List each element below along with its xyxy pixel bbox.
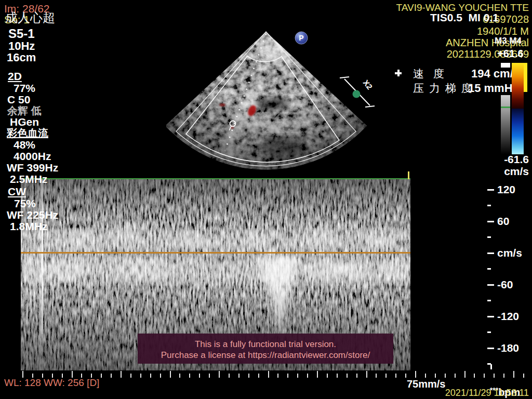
cw-frequency: 1.8MHz <box>10 221 47 232</box>
viewer-datetime: 2021/11/29 11:53:11 <box>445 388 529 398</box>
svg-text:X2: X2 <box>362 78 375 91</box>
measurement-cross-icon <box>395 70 402 76</box>
color-scale-unit: cm/s <box>504 166 529 177</box>
mode-2d-title: 2D <box>8 71 22 82</box>
color-frequency: 2.5MHz <box>10 174 47 185</box>
sweep-cursor-tick <box>408 171 409 179</box>
gradient-value: 15 mmHg <box>457 82 520 94</box>
cw-wall-filter: WF 225Hz <box>7 209 58 221</box>
axis-tick-label: -60 <box>497 279 513 290</box>
color-flow-title: 彩色血流 <box>7 128 48 139</box>
time-cursor-tick <box>490 364 492 369</box>
depth: 16cm <box>7 51 36 63</box>
axis-tick-label: 60 <box>497 216 509 227</box>
study-label: 成人心超 <box>5 11 55 24</box>
color-gain: 48% <box>14 139 35 151</box>
sweep-speed: 75mm/s <box>407 379 446 390</box>
axis-tick-label: cm/s <box>497 247 522 259</box>
probe-orientation-icon: P <box>295 32 308 44</box>
spectrum-top-scale-line <box>21 178 410 179</box>
axis-tick-label: -180 <box>497 342 519 354</box>
color-scale-negative <box>512 109 524 154</box>
mode-cw-title: CW <box>8 186 26 197</box>
hgen-label: HGen <box>10 116 39 128</box>
color-wall-filter: WF 399Hz <box>7 162 58 174</box>
axis-tick-label: 120 <box>497 184 515 195</box>
grayscale-gain-marker[interactable] <box>501 107 510 108</box>
zoom-x2-indicator: X2 <box>340 77 375 107</box>
color-scale-positive <box>512 63 524 109</box>
patient-birth-sex: 1940/1/1 M <box>477 26 529 37</box>
tis-mi-readout: TIS0.5 MI 0.1 <box>430 12 499 23</box>
zoom-handle-dot[interactable] <box>353 90 361 98</box>
dicom-viewer-canvas[interactable]: P X2 <box>0 0 532 399</box>
gain-2d: 77% <box>14 83 35 94</box>
cw-gain: 75% <box>14 198 36 209</box>
velocity-label: 速 度 <box>413 68 447 79</box>
time-axis-ticks <box>0 370 532 378</box>
window-level-readout: WL: 128 WW: 256 [D] <box>4 378 99 388</box>
color-prf: 4000Hz <box>14 151 51 162</box>
color-scale-marker <box>524 63 527 92</box>
grayscale-bar-cap <box>501 63 510 68</box>
trial-line2[interactable]: Purchase a license at https://radiantvie… <box>138 350 393 361</box>
color-scale-max: +61.6 <box>497 48 524 59</box>
mode-labels: M3 M4 <box>495 36 522 46</box>
trial-notice: This is a fully functional trial version… <box>138 334 393 364</box>
velocity-value: 194 cm/s <box>457 68 520 79</box>
sector-speckle <box>166 29 384 177</box>
frame-rate: 10Hz <box>8 40 35 52</box>
probe-name: S5-1 <box>8 27 35 40</box>
color-scale-min: -61.6 <box>504 154 529 165</box>
trial-line1: This is a fully functional trial version… <box>138 339 393 350</box>
grayscale-bar <box>501 95 510 154</box>
svg-text:P: P <box>299 34 303 42</box>
persistence-2d: 余辉 低 <box>7 105 42 116</box>
axis-tick-label: -120 <box>497 311 519 322</box>
doppler-baseline[interactable] <box>21 252 410 254</box>
compression-2d: C 50 <box>7 94 30 105</box>
sector-image[interactable]: P X2 <box>166 29 384 177</box>
